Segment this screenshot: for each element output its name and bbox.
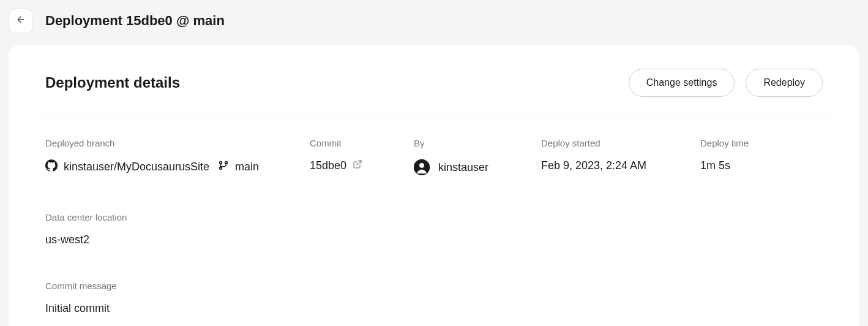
detail-value: kinstauser [414,159,541,175]
commit-message-value: Initial commit [45,302,110,315]
card-header: Deployment details Change settings Redep… [36,69,832,118]
deployment-details-card: Deployment details Change settings Redep… [9,45,859,326]
detail-label: Commit [310,138,414,148]
deploy-time-value: 1m 5s [700,159,730,172]
detail-value: us-west2 [45,233,823,246]
detail-label: Deployed branch [45,138,310,148]
deploy-started-field: Deploy started Feb 9, 2023, 2:24 AM [541,138,700,175]
detail-value: kinstauser/MyDocusaurusSite main [45,159,310,175]
git-branch-icon [218,160,229,174]
detail-label: Data center location [45,212,823,222]
card-actions: Change settings Redeploy [629,69,823,97]
detail-value: Initial commit [45,302,823,315]
detail-label: By [414,138,541,148]
github-icon [45,159,58,175]
back-button[interactable] [9,9,33,33]
detail-label: Deploy time [700,138,823,148]
data-center-field: Data center location us-west2 [45,212,823,246]
detail-value: 1m 5s [700,159,823,172]
redeploy-button[interactable]: Redeploy [746,69,823,97]
arrow-left-icon [16,15,26,27]
avatar [414,159,430,175]
commit-message-field: Commit message Initial commit [45,281,823,315]
repo-name[interactable]: kinstauser/MyDocusaurusSite [64,161,209,173]
deploy-time-field: Deploy time 1m 5s [700,138,823,175]
card-title: Deployment details [45,74,180,91]
svg-point-6 [419,163,424,168]
deploy-started-value: Feb 9, 2023, 2:24 AM [541,159,646,172]
detail-value: 15dbe0 [310,159,414,172]
by-field: By kinstauser [414,138,541,175]
commit-field: Commit 15dbe0 [310,138,414,175]
change-settings-button[interactable]: Change settings [629,69,735,97]
header-bar: Deployment 15dbe0 @ main [0,0,868,42]
svg-line-4 [357,161,361,165]
detail-label: Commit message [45,281,823,291]
user-name: kinstauser [438,161,488,174]
external-link-icon[interactable] [353,159,362,172]
commit-hash[interactable]: 15dbe0 [310,159,346,172]
branch-name: main [235,161,259,173]
page-title: Deployment 15dbe0 @ main [45,13,225,29]
detail-value: Feb 9, 2023, 2:24 AM [541,159,700,172]
data-center-value: us-west2 [45,233,89,246]
detail-label: Deploy started [541,138,700,148]
deployed-branch-field: Deployed branch kinstauser/MyDocusaurusS… [45,138,310,175]
details-grid: Deployed branch kinstauser/MyDocusaurusS… [45,118,823,315]
